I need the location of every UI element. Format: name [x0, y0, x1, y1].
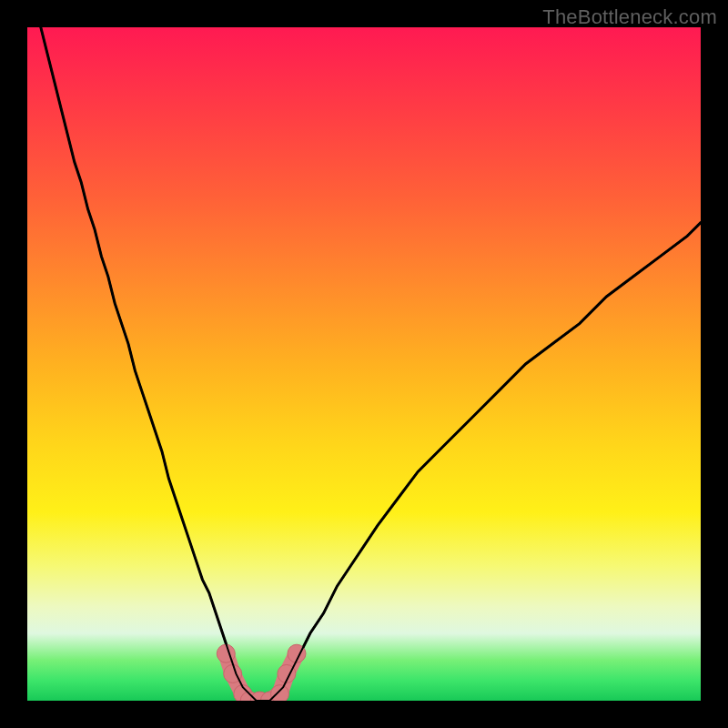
curve-path	[41, 27, 701, 701]
chart-frame: TheBottleneck.com	[0, 0, 728, 728]
watermark-text: TheBottleneck.com	[542, 5, 717, 29]
marker-dot	[271, 685, 289, 701]
plot-area	[27, 27, 701, 701]
bottleneck-curve	[27, 27, 701, 701]
curve-path	[41, 27, 701, 701]
